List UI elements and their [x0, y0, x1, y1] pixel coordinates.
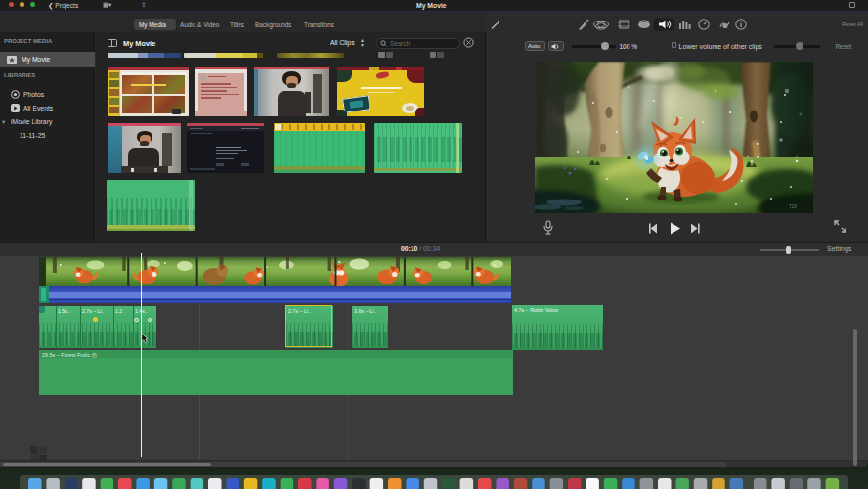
- svg-text:720: 720: [789, 203, 798, 209]
